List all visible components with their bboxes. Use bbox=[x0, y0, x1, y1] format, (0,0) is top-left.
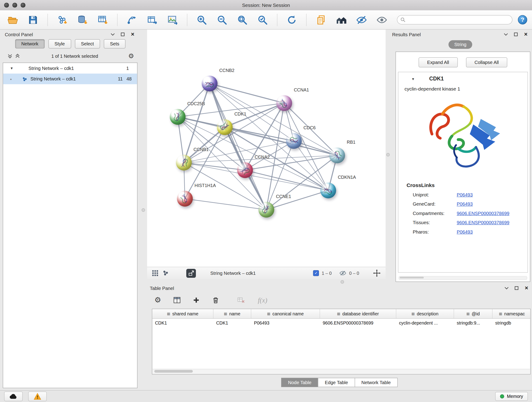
network-tree: ▼ String Network – cdk1 1 ● String Netwo… bbox=[3, 63, 138, 388]
network-node-cdc25b[interactable] bbox=[170, 109, 186, 125]
panel-float-icon[interactable] bbox=[514, 285, 519, 291]
show-all-button[interactable] bbox=[374, 12, 390, 27]
table-cell: CDK1 bbox=[214, 319, 251, 328]
selected-count-checkbox-icon[interactable]: ✓ bbox=[313, 270, 319, 276]
import-table-file-button[interactable] bbox=[95, 12, 111, 27]
pan-crosshair-icon[interactable] bbox=[373, 269, 381, 277]
network-canvas[interactable]: CCNB2 CCNA1 CDC25B CDK1 CDC6 RB1 CCNB1 C… bbox=[147, 30, 386, 267]
help-button[interactable]: ? bbox=[518, 15, 527, 25]
search-input[interactable] bbox=[397, 15, 513, 25]
results-panel-header: Results Panel × bbox=[389, 30, 532, 38]
hide-selected-button[interactable] bbox=[354, 12, 370, 27]
column-header-name[interactable]: ▦name bbox=[214, 309, 251, 319]
export-image-button[interactable] bbox=[165, 12, 181, 27]
results-horizontal-scrollbar[interactable] bbox=[399, 276, 527, 280]
network-node-ccne1[interactable] bbox=[259, 202, 274, 218]
splitter-handle[interactable] bbox=[341, 280, 344, 284]
gene-disclosure-triangle-icon[interactable]: ▼ bbox=[412, 77, 415, 81]
zoom-out-button[interactable] bbox=[214, 12, 230, 27]
node-label-hist1h1a: HIST1H1A bbox=[195, 183, 216, 188]
network-node-ccnb2[interactable] bbox=[202, 76, 218, 91]
new-network-button[interactable] bbox=[124, 12, 140, 27]
close-window-icon[interactable] bbox=[4, 3, 9, 7]
collapse-all-button[interactable]: Collapse All bbox=[466, 57, 507, 68]
network-node-ccnb1[interactable] bbox=[176, 155, 192, 171]
toolbar-separator bbox=[187, 13, 187, 26]
copy-document-button[interactable] bbox=[313, 12, 329, 27]
column-header-description[interactable]: ▦description bbox=[396, 309, 454, 319]
grid-view-icon[interactable] bbox=[152, 270, 158, 277]
column-type-icon: ▦ bbox=[412, 312, 415, 316]
tab-network[interactable]: Network bbox=[15, 39, 44, 49]
network-node-ccna2[interactable] bbox=[237, 162, 253, 178]
collapse-all-tree-icon[interactable] bbox=[6, 53, 14, 59]
save-session-button[interactable] bbox=[25, 12, 41, 27]
splitter-handle[interactable] bbox=[142, 208, 145, 212]
crosslink-link[interactable]: P06493 bbox=[457, 201, 473, 207]
tab-sets[interactable]: Sets bbox=[104, 39, 126, 49]
zoom-fit-button[interactable] bbox=[234, 12, 250, 27]
string-style-icon[interactable] bbox=[163, 270, 169, 277]
tab-node-table[interactable]: Node Table bbox=[281, 378, 318, 387]
column-header-namespac[interactable]: ▦namespac bbox=[493, 309, 530, 319]
panel-float-icon[interactable] bbox=[513, 32, 519, 37]
warnings-button[interactable] bbox=[28, 391, 47, 401]
table-settings-gear-icon[interactable]: ⚙ bbox=[152, 294, 164, 306]
panel-float-icon[interactable] bbox=[120, 32, 126, 37]
cloud-status-button[interactable] bbox=[4, 391, 23, 401]
import-network-file-button[interactable] bbox=[54, 12, 70, 27]
panel-menu-chevron-icon[interactable] bbox=[504, 285, 509, 291]
first-neighbors-button[interactable] bbox=[333, 12, 349, 27]
panel-menu-chevron-icon[interactable] bbox=[110, 32, 115, 37]
network-node-cdk1[interactable] bbox=[217, 119, 233, 135]
minimize-window-icon[interactable] bbox=[12, 3, 17, 7]
toolbar-separator bbox=[47, 13, 48, 26]
panel-close-icon[interactable]: × bbox=[130, 32, 135, 37]
disclosure-triangle-icon[interactable]: ▼ bbox=[10, 66, 13, 70]
panel-close-icon[interactable]: × bbox=[524, 285, 529, 291]
zoom-in-button[interactable] bbox=[194, 12, 210, 27]
crosslink-link[interactable]: P06493 bbox=[457, 192, 473, 198]
show-columns-icon[interactable] bbox=[171, 294, 183, 306]
network-node-cdkn1a[interactable] bbox=[320, 183, 336, 198]
column-header-canonical-name[interactable]: ▦canonical name bbox=[251, 309, 320, 319]
network-node-ccna1[interactable] bbox=[276, 95, 292, 111]
network-tree-root-row[interactable]: ▼ String Network – cdk1 1 bbox=[3, 63, 137, 74]
delete-column-trash-icon[interactable] bbox=[210, 294, 221, 306]
tab-network-table[interactable]: Network Table bbox=[355, 378, 398, 387]
expand-all-button[interactable]: Expand All bbox=[418, 57, 458, 68]
network-node-hist1h1a[interactable] bbox=[177, 191, 193, 207]
maximize-window-icon[interactable] bbox=[21, 3, 25, 7]
network-node-cdc6[interactable] bbox=[286, 133, 302, 149]
crosslink-link[interactable]: P06493 bbox=[457, 230, 473, 235]
tab-string[interactable]: String bbox=[448, 40, 472, 49]
table-row[interactable]: CDK1CDK1P064939606.ENSP00000378699cyclin… bbox=[152, 319, 530, 328]
node-label-cdc6: CDC6 bbox=[304, 125, 316, 130]
network-options-gear-icon[interactable]: ⚙ bbox=[128, 53, 134, 59]
splitter-handle[interactable] bbox=[386, 153, 390, 157]
open-session-button[interactable] bbox=[5, 12, 21, 27]
import-network-database-button[interactable] bbox=[75, 12, 90, 27]
column-header-database-identifier[interactable]: ▦database identifier bbox=[320, 309, 396, 319]
crosslink-link[interactable]: 9606.ENSP00000378699 bbox=[457, 211, 510, 216]
panel-menu-chevron-icon[interactable] bbox=[503, 32, 509, 37]
tab-edge-table[interactable]: Edge Table bbox=[318, 378, 355, 387]
string-network-icon bbox=[22, 76, 28, 82]
refresh-layout-button[interactable] bbox=[284, 12, 300, 27]
table-horizontal-scrollbar[interactable] bbox=[152, 369, 530, 374]
column-header-shared-name[interactable]: ▦shared name bbox=[152, 309, 214, 319]
new-table-button[interactable] bbox=[144, 12, 160, 27]
birdseye-view-button[interactable] bbox=[186, 269, 196, 278]
attribute-table[interactable]: ▦shared name▦name▦canonical name▦databas… bbox=[152, 309, 531, 375]
crosslink-link[interactable]: 9606.ENSP00000378699 bbox=[457, 220, 510, 225]
tab-select[interactable]: Select bbox=[75, 39, 100, 49]
zoom-selected-button[interactable] bbox=[255, 12, 271, 27]
panel-close-icon[interactable]: × bbox=[523, 32, 529, 37]
column-header--id[interactable]: ▦@id bbox=[454, 309, 493, 319]
network-node-rb1[interactable] bbox=[329, 148, 345, 163]
add-column-icon[interactable] bbox=[190, 294, 202, 306]
memory-button[interactable]: Memory bbox=[495, 392, 528, 401]
tab-style[interactable]: Style bbox=[48, 39, 71, 49]
network-tree-child-row[interactable]: ● String Network – cdk1 11 48 bbox=[3, 74, 137, 84]
expand-all-tree-icon[interactable] bbox=[14, 53, 21, 59]
